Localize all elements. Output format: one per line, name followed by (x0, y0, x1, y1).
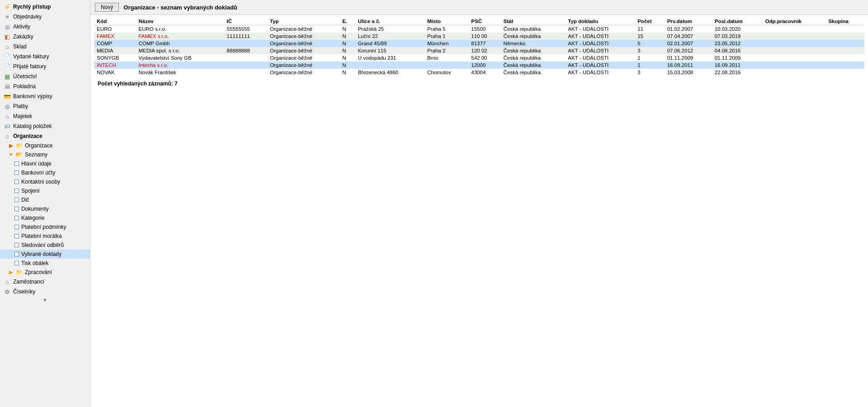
sidebar-item-zpracovani[interactable]: ▶ 📁 Zpracování (0, 268, 90, 277)
sidebar-item-organizace[interactable]: ⌂ Organizace (0, 131, 90, 141)
cell-pocet: 11 (635, 25, 664, 33)
cell-misto: Praha 1 (425, 33, 468, 40)
sidebar-item-kategorie[interactable]: Kategorie (0, 213, 90, 222)
table-row[interactable]: MEDIAMEDIA spol. s r.o.88888888Organizac… (94, 47, 864, 54)
cell-posl_datum: 01.11.2009 (712, 54, 763, 62)
sidebar-item-ucetnictvi[interactable]: ▦ Účetnictví (0, 71, 90, 81)
sidebar-item-zakazky[interactable]: ◧ Zakázky (0, 32, 90, 42)
cell-typ: Organizace-běžné (267, 40, 340, 47)
record-count: Počet vyhledaných záznamů: 7 (94, 76, 864, 91)
toolbar: Nový Organizace - seznam vybraných dokla… (90, 0, 868, 15)
leaf-icon (14, 216, 19, 220)
sidebar-item-sklad[interactable]: ⌂ Sklad (0, 42, 90, 52)
cell-typ_dokladu: AKT - UDÁLOSTI (565, 47, 635, 54)
quick-access-icon: ⚡ (4, 3, 11, 10)
table-row[interactable]: INTECHIntecha s.r.o.Organizace-běžnéN120… (94, 62, 864, 69)
cell-posl_datum: 10.03.2020 (712, 25, 763, 33)
cell-stat: Česká republika (501, 62, 566, 69)
cell-pocet: 5 (635, 40, 664, 47)
cell-typ_dokladu: AKT - UDÁLOSTI (565, 40, 635, 47)
cell-typ: Organizace-běžné (267, 33, 340, 40)
col-header-ic: IČ (224, 18, 267, 25)
zamestnanci-icon: ⌂ (4, 278, 11, 285)
aktivity-icon: ◎ (4, 23, 11, 30)
col-header-pocet: Počet (635, 18, 664, 25)
new-button[interactable]: Nový (95, 3, 119, 12)
sidebar-item-dokumenty[interactable]: Dokumenty (0, 204, 90, 213)
table-row[interactable]: SONYGBVydavatelství Sony GBOrganizace-bě… (94, 54, 864, 62)
sidebar-item-organizace-sub[interactable]: ▶ 📁 Organizace (0, 141, 90, 150)
cell-e: N (340, 62, 355, 69)
sidebar-item-dic[interactable]: Dič (0, 195, 90, 204)
cell-skupina (826, 33, 864, 40)
organizace-icon: ⌂ (4, 133, 11, 140)
cell-posl_datum: 04.08.2016 (712, 47, 763, 54)
cell-e: N (340, 69, 355, 76)
cell-psc: 15500 (468, 25, 500, 33)
sidebar-item-bankovni-vypisy[interactable]: 💳 Bankovní výpisy (0, 91, 90, 101)
sidebar-item-seznamy[interactable]: ▼ 📂 Seznamy (0, 150, 90, 159)
cell-typ: Organizace-běžné (267, 62, 340, 69)
col-header-nazev: Název (136, 18, 224, 25)
cell-kod: MEDIA (94, 47, 136, 54)
cell-ulice: Luční 22 (355, 33, 425, 40)
cell-ulice (355, 62, 425, 69)
sidebar-item-vydane-faktury[interactable]: 📄 Vydané faktury (0, 52, 90, 62)
sidebar-item-bankovni-ucty[interactable]: Bankovní účty (0, 168, 90, 177)
sidebar-scroll-down[interactable]: ▼ (0, 297, 90, 303)
sidebar-item-platebni-moralka[interactable]: Platební morálka (0, 232, 90, 241)
sidebar-item-vybrane-doklady[interactable]: Vybrané doklady (0, 250, 90, 259)
cell-odp_pracovnik (762, 33, 826, 40)
cell-psc: 110 00 (468, 33, 500, 40)
cell-odp_pracovnik (762, 62, 826, 69)
pokladna-icon: 🏛 (4, 83, 11, 90)
table-row[interactable]: FAMEXFAMEX s.r.o.11111111Organizace-běžn… (94, 33, 864, 40)
cell-prv_datum: 16.09.2011 (665, 62, 712, 69)
sidebar-item-platebni-podminky[interactable]: Platební podmínky (0, 222, 90, 232)
sidebar-item-spojeni[interactable]: Spojení (0, 186, 90, 195)
sidebar-item-objednavky[interactable]: ≡ Objednávky (0, 12, 90, 22)
cell-psc: 12000 (468, 62, 500, 69)
sidebar-item-platby[interactable]: ◎ Platby (0, 101, 90, 111)
leaf-icon (14, 261, 19, 265)
sidebar: ⚡ Rychlý přístup ≡ Objednávky ◎ Aktivity… (0, 0, 90, 407)
cell-typ: Organizace-běžné (267, 25, 340, 33)
sidebar-item-katalog-polozek[interactable]: 🏷 Katalog položek (0, 121, 90, 131)
col-header-e: E. (340, 18, 355, 25)
sidebar-item-ciselniky[interactable]: ⚙ Číselníky (0, 287, 90, 297)
sidebar-item-quick-access[interactable]: ⚡ Rychlý přístup (0, 2, 90, 12)
cell-ic (224, 40, 267, 47)
sidebar-item-prijate-faktury[interactable]: 📄 Přijaté faktury (0, 62, 90, 71)
sidebar-item-hlavni-udaje[interactable]: Hlavní údaje (0, 159, 90, 168)
col-header-prv-datum: Prv.datum (665, 18, 712, 25)
cell-psc: 43004 (468, 69, 500, 76)
sidebar-item-majetek[interactable]: ⌂ Majetek (0, 111, 90, 121)
sidebar-item-pokladna[interactable]: 🏛 Pokladna (0, 81, 90, 91)
cell-e: N (340, 40, 355, 47)
cell-misto: Brno (425, 54, 468, 62)
cell-skupina (826, 62, 864, 69)
cell-typ_dokladu: AKT - UDÁLOSTI (565, 69, 635, 76)
sidebar-item-sledovani-odberu[interactable]: Sledování odběrů (0, 241, 90, 250)
sidebar-item-tisk-obalek[interactable]: Tisk obálek (0, 259, 90, 268)
cell-ulice: Korunní 115 (355, 47, 425, 54)
cell-ulice: Grand 45/89 (355, 40, 425, 47)
cell-misto: Chomutov (425, 69, 468, 76)
cell-pocet: 1 (635, 62, 664, 69)
folder-zpracovani-label: 📁 (16, 269, 23, 275)
sidebar-item-aktivity[interactable]: ◎ Aktivity (0, 22, 90, 32)
leaf-icon (14, 207, 19, 211)
col-header-skupina: Skupina (826, 18, 864, 25)
cell-prv_datum: 07.04.2007 (665, 33, 712, 40)
table-row[interactable]: NOVAKNovák FrantišekOrganizace-běžnéNBře… (94, 69, 864, 76)
sklad-icon: ⌂ (4, 43, 11, 50)
cell-skupina (826, 40, 864, 47)
table-row[interactable]: EUROEURO s.r.o.55555555Organizace-běžnéN… (94, 25, 864, 33)
cell-skupina (826, 69, 864, 76)
sidebar-item-zamestnanci[interactable]: ⌂ Zaměstnanci (0, 277, 90, 287)
sidebar-item-kontaktni-osoby[interactable]: Kontaktní osoby (0, 177, 90, 186)
table-row[interactable]: COMPCOMP GmbhOrganizace-běžnéNGrand 45/8… (94, 40, 864, 47)
majetek-icon: ⌂ (4, 113, 11, 120)
leaf-icon (14, 161, 19, 166)
cell-ulice: Pražská 25 (355, 25, 425, 33)
